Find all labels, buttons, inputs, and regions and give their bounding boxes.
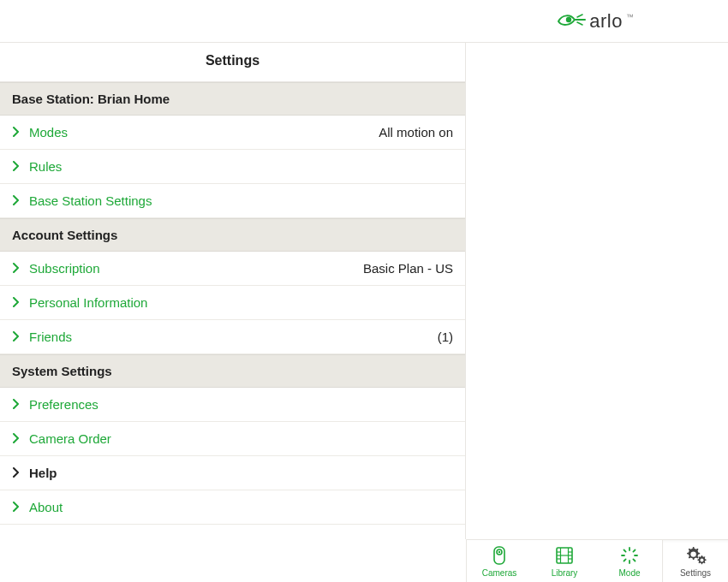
svg-point-0 <box>566 17 571 22</box>
row-label: Base Station Settings <box>29 193 152 208</box>
bottom-toolbar: Cameras Library <box>466 539 728 582</box>
tab-label: Settings <box>680 568 711 578</box>
brand-name: arlo <box>589 10 623 33</box>
tab-cameras[interactable]: Cameras <box>467 540 532 582</box>
chevron-right-icon <box>12 466 24 480</box>
arlo-eye-icon <box>557 11 586 32</box>
svg-line-20 <box>624 559 626 561</box>
film-icon <box>554 544 575 567</box>
page-title: Settings <box>0 43 465 82</box>
svg-line-18 <box>624 550 626 552</box>
svg-line-21 <box>633 550 635 552</box>
row-rules[interactable]: Rules <box>0 150 465 184</box>
row-label: Camera Order <box>29 431 111 446</box>
row-modes[interactable]: Modes All motion on <box>0 116 465 150</box>
row-label: Rules <box>29 159 62 174</box>
row-personal-info[interactable]: Personal Information <box>0 286 465 320</box>
chevron-right-icon <box>12 295 24 310</box>
tab-settings[interactable]: Settings <box>662 540 728 582</box>
row-label: Modes <box>29 125 68 140</box>
section-header-account: Account Settings <box>0 218 465 252</box>
chevron-right-icon <box>12 159 24 174</box>
row-label: Subscription <box>29 261 100 276</box>
row-about[interactable]: About <box>0 490 465 525</box>
tab-label: Library <box>552 568 578 578</box>
tab-mode[interactable]: Mode <box>597 540 662 582</box>
gear-icon <box>683 544 707 567</box>
row-subscription[interactable]: Subscription Basic Plan - US <box>0 252 465 286</box>
chevron-right-icon <box>12 431 24 446</box>
row-label: Preferences <box>29 397 98 412</box>
row-value: All motion on <box>379 125 453 140</box>
settings-panel: Settings Base Station: Brian Home Modes … <box>0 43 466 539</box>
svg-point-3 <box>498 551 500 553</box>
chevron-right-icon <box>12 330 24 344</box>
svg-point-23 <box>701 559 704 562</box>
row-label: Personal Information <box>29 295 147 310</box>
svg-line-19 <box>633 559 635 561</box>
section-header-base-station: Base Station: Brian Home <box>0 82 465 116</box>
top-header: arlo ™ <box>0 0 728 43</box>
section-header-system: System Settings <box>0 354 465 388</box>
row-friends[interactable]: Friends (1) <box>0 320 465 354</box>
brand-logo: arlo ™ <box>557 10 634 33</box>
row-value: (1) <box>438 330 453 344</box>
tab-label: Cameras <box>482 568 517 578</box>
row-label: Help <box>29 466 57 480</box>
chevron-right-icon <box>12 397 24 412</box>
chevron-right-icon <box>12 500 24 514</box>
tab-label: Mode <box>618 568 640 578</box>
camera-icon <box>491 544 508 567</box>
row-camera-order[interactable]: Camera Order <box>0 422 465 456</box>
chevron-right-icon <box>12 125 24 140</box>
spinner-icon <box>619 544 640 567</box>
row-help[interactable]: Help <box>0 456 465 490</box>
chevron-right-icon <box>12 193 24 208</box>
row-label: Friends <box>29 330 72 344</box>
row-preferences[interactable]: Preferences <box>0 388 465 422</box>
tab-library[interactable]: Library <box>532 540 597 582</box>
chevron-right-icon <box>12 261 24 276</box>
svg-point-22 <box>690 551 695 556</box>
row-value: Basic Plan - US <box>363 261 453 276</box>
trademark-icon: ™ <box>626 13 634 21</box>
row-base-station-settings[interactable]: Base Station Settings <box>0 184 465 218</box>
row-label: About <box>29 500 63 514</box>
